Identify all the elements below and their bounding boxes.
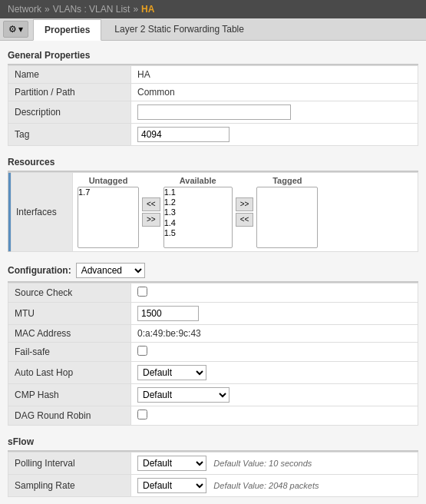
table-row: Name HA — [8, 66, 418, 84]
sampling-rate-label: Sampling Rate — [8, 475, 131, 497]
description-label: Description — [8, 101, 131, 124]
table-row: Tag — [8, 124, 418, 146]
gear-dropdown-icon: ▾ — [18, 24, 23, 35]
untagged-header: Untagged — [89, 176, 128, 185]
sampling-rate-hint: Default Value: 2048 packets — [213, 481, 319, 490]
sampling-rate-select[interactable]: Default Custom — [137, 478, 206, 493]
configuration-mode-select[interactable]: Basic Advanced — [76, 263, 145, 278]
tagged-header: Tagged — [272, 176, 302, 185]
tab-properties[interactable]: Properties — [33, 19, 101, 41]
list-item[interactable]: 1.5 — [164, 228, 232, 238]
tab-bar: ⚙ ▾ Properties Layer 2 Static Forwarding… — [0, 18, 426, 41]
polling-interval-label: Polling Interval — [8, 453, 131, 475]
move-right-all-btn[interactable]: << — [236, 213, 254, 227]
partition-value: Common — [131, 84, 418, 101]
list-item[interactable]: 1.1 — [164, 187, 232, 197]
right-arrow-btns: >> << — [236, 197, 254, 227]
list-item[interactable]: 1.3 — [164, 207, 232, 217]
move-left-all-btn[interactable]: >> — [142, 213, 160, 227]
breadcrumb-current: HA — [141, 4, 154, 15]
table-row: CMP Hash Default Source Address Destinat… — [8, 384, 418, 406]
source-check-checkbox[interactable] — [137, 287, 147, 297]
failsafe-cell — [131, 343, 418, 362]
breadcrumb: Network » VLANs : VLAN List » HA — [0, 0, 426, 18]
name-value: HA — [131, 66, 418, 84]
general-properties-header: General Properties — [8, 45, 418, 65]
tab-layer2[interactable]: Layer 2 Static Forwarding Table — [103, 18, 256, 40]
sflow-header: sFlow — [8, 432, 418, 452]
table-row: Partition / Path Common — [8, 84, 418, 101]
tag-cell — [131, 124, 418, 146]
breadcrumb-sep1: » — [45, 4, 50, 15]
dag-round-robin-label: DAG Round Robin — [8, 406, 131, 426]
name-label: Name — [8, 66, 131, 84]
interfaces-cell: Untagged 1.7 << >> Available 1. — [73, 173, 418, 252]
mac-value: 0:a:49:be:9c:43 — [131, 325, 418, 343]
breadcrumb-network[interactable]: Network — [8, 4, 41, 15]
tag-label: Tag — [8, 124, 131, 146]
main-content: General Properties Name HA Partition / P… — [0, 41, 426, 504]
resources-table: Interfaces Untagged 1.7 << >> — [8, 172, 418, 252]
sflow-table: Polling Interval Default Custom Default … — [8, 452, 418, 497]
partition-label: Partition / Path — [8, 84, 131, 101]
mtu-input[interactable] — [137, 306, 199, 321]
list-item[interactable]: 1.4 — [164, 218, 232, 228]
breadcrumb-vlans[interactable]: VLANs : VLAN List — [53, 4, 130, 15]
mtu-cell — [131, 303, 418, 325]
available-col: Available 1.1 1.2 1.3 1.4 1.5 — [163, 176, 233, 248]
tagged-col: Tagged — [256, 176, 318, 248]
resources-header: Resources — [8, 152, 418, 172]
table-row: Sampling Rate Default Custom Default Val… — [8, 475, 418, 497]
description-cell — [131, 101, 418, 124]
failsafe-label: Fail-safe — [8, 343, 131, 362]
table-row: Source Check — [8, 284, 418, 303]
source-check-cell — [131, 284, 418, 303]
breadcrumb-sep2: » — [133, 4, 138, 15]
gear-icon: ⚙ — [8, 24, 17, 35]
table-row: Fail-safe — [8, 343, 418, 362]
configuration-table: Source Check MTU MAC Address 0:a:49:be:9… — [8, 283, 418, 426]
description-input[interactable] — [137, 104, 291, 120]
list-item[interactable]: 1.7 — [78, 187, 138, 197]
auto-last-hop-cell: Default Enabled Disabled — [131, 362, 418, 384]
table-row: Description — [8, 101, 418, 124]
general-properties-table: Name HA Partition / Path Common Descript… — [8, 65, 418, 146]
table-row: MAC Address 0:a:49:be:9c:43 — [8, 325, 418, 343]
cmp-hash-select[interactable]: Default Source Address Destination Addre… — [137, 387, 230, 403]
configuration-label: Configuration: — [8, 265, 71, 276]
source-check-label: Source Check — [8, 284, 131, 303]
left-arrow-btns: << >> — [142, 197, 160, 227]
dag-round-robin-cell — [131, 406, 418, 426]
table-row: Polling Interval Default Custom Default … — [8, 453, 418, 475]
auto-last-hop-select[interactable]: Default Enabled Disabled — [137, 365, 206, 380]
interfaces-label: Interfaces — [12, 173, 73, 252]
polling-interval-select[interactable]: Default Custom — [137, 456, 206, 471]
table-row: MTU — [8, 303, 418, 325]
interfaces-container: Untagged 1.7 << >> Available 1. — [78, 176, 413, 248]
cmp-hash-cell: Default Source Address Destination Addre… — [131, 384, 418, 406]
polling-interval-cell: Default Custom Default Value: 10 seconds — [131, 453, 418, 475]
auto-last-hop-label: Auto Last Hop — [8, 362, 131, 384]
list-item[interactable]: 1.2 — [164, 197, 232, 207]
available-header: Available — [180, 176, 216, 185]
mtu-label: MTU — [8, 303, 131, 325]
gear-button[interactable]: ⚙ ▾ — [3, 21, 28, 38]
configuration-header: Configuration: Basic Advanced — [8, 258, 418, 283]
polling-interval-hint: Default Value: 10 seconds — [213, 459, 312, 468]
failsafe-checkbox[interactable] — [137, 346, 147, 356]
tagged-listbox[interactable] — [256, 187, 318, 248]
move-left-btn[interactable]: << — [142, 197, 160, 211]
untagged-listbox[interactable]: 1.7 — [78, 187, 139, 248]
tag-input[interactable] — [137, 127, 230, 142]
available-listbox[interactable]: 1.1 1.2 1.3 1.4 1.5 — [163, 187, 233, 248]
move-right-btn[interactable]: >> — [236, 197, 254, 211]
dag-round-robin-checkbox[interactable] — [137, 410, 147, 419]
cmp-hash-label: CMP Hash — [8, 384, 131, 406]
untagged-col: Untagged 1.7 — [78, 176, 139, 248]
sampling-rate-cell: Default Custom Default Value: 2048 packe… — [131, 475, 418, 497]
table-row: Auto Last Hop Default Enabled Disabled — [8, 362, 418, 384]
mac-label: MAC Address — [8, 325, 131, 343]
interfaces-row: Interfaces Untagged 1.7 << >> — [8, 173, 418, 252]
table-row: DAG Round Robin — [8, 406, 418, 426]
